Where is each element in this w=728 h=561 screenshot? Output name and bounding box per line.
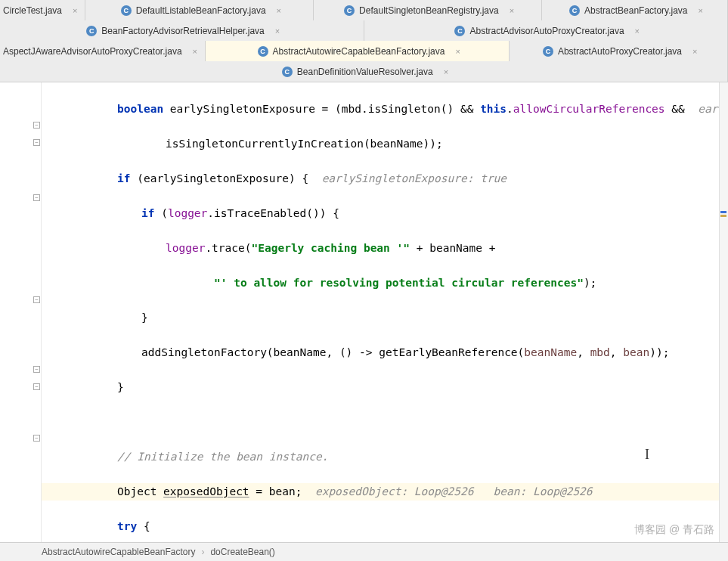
tab-row-4: C BeanDefinitionValueResolver.java ×: [0, 61, 728, 82]
tab-label: AbstractAdvisorAutoProxyCreator.java: [469, 26, 624, 36]
tab-defaultsingletonbeanregistry[interactable]: C DefaultSingletonBeanRegistry.java ×: [314, 0, 542, 20]
class-icon: C: [282, 67, 293, 77]
close-icon[interactable]: ×: [442, 67, 450, 76]
tab-label: BeanDefinitionValueResolver.java: [297, 67, 433, 77]
error-stripe[interactable]: [719, 82, 728, 543]
close-icon[interactable]: ×: [71, 6, 79, 15]
tab-label: CircleTest.java: [3, 5, 62, 16]
close-icon[interactable]: ×: [697, 6, 705, 15]
class-icon: C: [86, 26, 97, 36]
tab-label: AbstractAutoProxyCreator.java: [558, 46, 682, 57]
breadcrumb-method[interactable]: doCreateBean(): [210, 547, 274, 557]
tab-abstractadvisorautoproxycreator[interactable]: C AbstractAdvisorAutoProxyCreator.java ×: [364, 20, 729, 41]
tab-label: DefaultListableBeanFactory.java: [136, 5, 266, 16]
tab-label: BeanFactoryAdvisorRetrievalHelper.java: [101, 26, 264, 36]
close-icon[interactable]: ×: [508, 6, 516, 15]
fold-icon[interactable]: −: [33, 122, 40, 129]
stripe-marker[interactable]: [720, 215, 726, 217]
fold-icon[interactable]: −: [33, 435, 40, 442]
class-icon: C: [258, 46, 268, 57]
code-content[interactable]: boolean earlySingletonExposure = (mbd.is…: [42, 82, 728, 543]
code-editor[interactable]: − − − − − − − boolean earlySingletonExpo…: [0, 82, 728, 543]
tab-abstractautoproxycreator[interactable]: C AbstractAutoProxyCreator.java ×: [510, 41, 728, 61]
tab-beanfactoryadvisorretrievalhelper[interactable]: C BeanFactoryAdvisorRetrievalHelper.java…: [0, 20, 364, 41]
stripe-marker[interactable]: [720, 211, 726, 213]
tab-row-2: C BeanFactoryAdvisorRetrievalHelper.java…: [0, 20, 728, 41]
close-icon[interactable]: ×: [691, 47, 699, 56]
close-icon[interactable]: ×: [191, 47, 199, 56]
tab-row-1: CircleTest.java × C DefaultListableBeanF…: [0, 0, 728, 20]
fold-icon[interactable]: −: [33, 383, 40, 390]
tab-abstractautowirecapablebeanfactory[interactable]: C AbstractAutowireCapableBeanFactory.jav…: [206, 41, 510, 61]
editor-tabs: CircleTest.java × C DefaultListableBeanF…: [0, 0, 728, 82]
gutter[interactable]: − − − − − − −: [0, 82, 42, 543]
tab-abstractbeanfactory[interactable]: C AbstractBeanFactory.java ×: [542, 0, 728, 20]
tab-circletest[interactable]: CircleTest.java ×: [0, 0, 85, 20]
fold-icon[interactable]: −: [33, 139, 40, 146]
fold-icon[interactable]: −: [33, 296, 40, 303]
close-icon[interactable]: ×: [275, 6, 283, 15]
fold-icon[interactable]: −: [33, 366, 40, 373]
class-icon: C: [569, 5, 580, 16]
tab-label: AspectJAwareAdvisorAutoProxyCreator.java: [3, 46, 182, 57]
class-icon: C: [543, 46, 553, 57]
breadcrumb[interactable]: AbstractAutowireCapableBeanFactory › doC…: [0, 542, 728, 561]
tab-label: AbstractBeanFactory.java: [584, 5, 688, 16]
close-icon[interactable]: ×: [454, 47, 461, 56]
close-icon[interactable]: ×: [634, 26, 641, 36]
tab-beandefinitionvalueresolver[interactable]: C BeanDefinitionValueResolver.java ×: [0, 61, 728, 82]
chevron-right-icon: ›: [201, 547, 204, 557]
tab-label: AbstractAutowireCapableBeanFactory.java: [273, 46, 445, 57]
tab-defaultlistablebeanfactory[interactable]: C DefaultListableBeanFactory.java ×: [85, 0, 314, 20]
class-icon: C: [454, 26, 465, 36]
close-icon[interactable]: ×: [274, 26, 281, 36]
tab-aspectjawareadvisorautoproxycreator[interactable]: AspectJAwareAdvisorAutoProxyCreator.java…: [0, 41, 206, 61]
tab-label: DefaultSingletonBeanRegistry.java: [359, 5, 499, 16]
breadcrumb-class[interactable]: AbstractAutowireCapableBeanFactory: [42, 547, 195, 557]
tab-row-3: AspectJAwareAdvisorAutoProxyCreator.java…: [0, 41, 728, 61]
class-icon: C: [344, 5, 355, 16]
class-icon: C: [121, 5, 132, 16]
fold-icon[interactable]: −: [33, 194, 40, 201]
